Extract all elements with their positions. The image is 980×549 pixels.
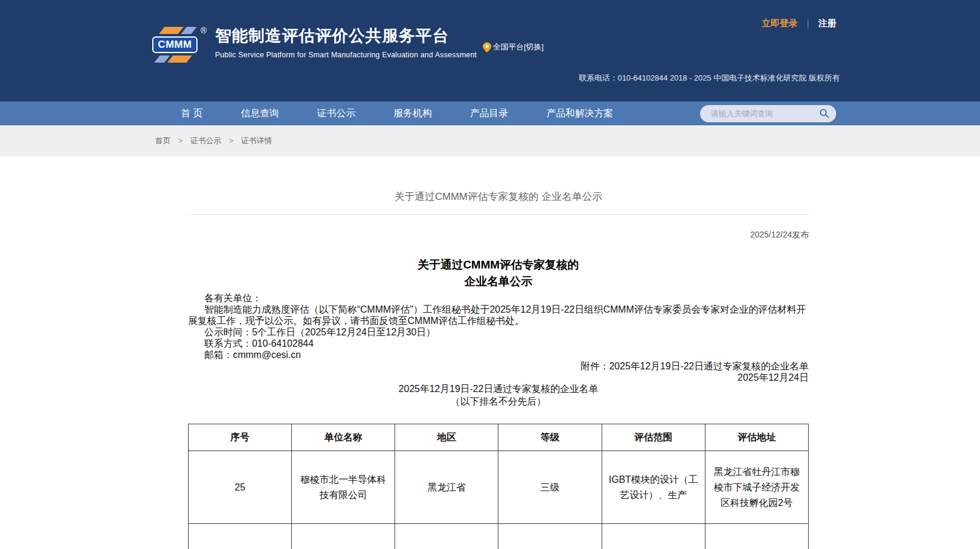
breadcrumb-cert-detail: 证书详情 xyxy=(241,136,272,145)
logo-stripe-orange-top xyxy=(159,27,183,34)
breadcrumb-separator: > xyxy=(178,136,183,145)
cell-company xyxy=(292,524,395,549)
cell-company: 穆棱市北一半导体科技有限公司 xyxy=(292,451,395,524)
auth-divider: ｜ xyxy=(803,18,812,28)
col-header-serial: 序号 xyxy=(189,424,292,451)
col-header-region: 地区 xyxy=(395,424,498,451)
contact-email: 邮箱：cmmm@cesi.cn xyxy=(188,349,809,360)
cell-serial: 25 xyxy=(189,451,292,524)
site-subtitle: Public Service Platform for Smart Manufa… xyxy=(215,51,476,59)
cell-region: 黑龙江省 xyxy=(395,451,498,524)
notice-period: 公示时间：5个工作日（2025年12月24日至12月30日） xyxy=(188,326,809,338)
cell-level: 三级 xyxy=(498,451,602,524)
breadcrumb-cert-publicity[interactable]: 证书公示 xyxy=(190,136,221,145)
contact-copyright-line: 联系电话：010-64102844 2018 - 2025 中国电子技术标准化研… xyxy=(579,73,840,84)
salutation: 各有关单位： xyxy=(188,292,809,304)
cell-address xyxy=(705,524,808,549)
platform-switch-link[interactable]: 全国平台[切换] xyxy=(483,42,544,53)
breadcrumb-home[interactable]: 首页 xyxy=(155,136,171,145)
auth-links: 立即登录｜注册 xyxy=(762,18,836,29)
cell-region xyxy=(395,524,498,549)
publish-date: 2025/12/24发布 xyxy=(188,229,809,240)
breadcrumb: 首页 > 证书公示 > 证书详情 xyxy=(144,125,836,156)
registered-trademark-icon: ® xyxy=(201,26,207,35)
logo-badge: CMMM xyxy=(152,36,198,53)
document-heading: 关于通过CMMM评估专家复核的 企业名单公示 xyxy=(188,257,809,290)
site-header: 立即登录｜注册 CMMM ® 智能制造评估评价公共服务平台 Public Ser… xyxy=(0,0,980,101)
search-box[interactable] xyxy=(700,105,836,122)
title-divider xyxy=(188,214,809,215)
cell-serial xyxy=(189,524,292,549)
search-input[interactable] xyxy=(711,109,819,118)
nav-item-product-catalog[interactable]: 产品目录 xyxy=(460,101,517,125)
table-row-partial xyxy=(189,524,809,549)
nav-item-home[interactable]: 首 页 xyxy=(171,101,212,125)
company-list-table: 序号 单位名称 地区 等级 评估范围 评估地址 25 穆棱市北一半导体科技有限公… xyxy=(188,424,809,549)
search-icon[interactable] xyxy=(819,109,829,118)
logo-stripe-orange-bottom xyxy=(167,55,192,63)
breadcrumb-bar: 首页 > 证书公示 > 证书详情 xyxy=(0,125,980,156)
nav-item-service-orgs[interactable]: 服务机构 xyxy=(384,101,441,125)
col-header-company: 单位名称 xyxy=(292,424,395,451)
attachment-line: 附件：2025年12月19日-22日通过专家复核的企业名单 xyxy=(188,360,809,372)
logo-stripe-blue-top xyxy=(181,27,196,34)
nav-item-info-query[interactable]: 信息查询 xyxy=(231,101,288,125)
col-header-address: 评估地址 xyxy=(705,424,808,451)
breadcrumb-separator: > xyxy=(229,136,233,145)
main-nav: 首 页 信息查询 证书公示 服务机构 产品目录 产品和解决方案 xyxy=(0,101,980,125)
platform-switch-label: 全国平台[切换] xyxy=(493,42,544,53)
nav-item-products-solutions[interactable]: 产品和解决方案 xyxy=(537,101,622,125)
location-pin-icon xyxy=(483,42,491,53)
cell-level xyxy=(498,524,602,549)
list-subtitle: （以下排名不分先后） xyxy=(188,394,809,408)
list-title: 2025年12月19日-22日通过专家复核的企业名单 xyxy=(188,383,809,394)
sign-date: 2025年12月24日 xyxy=(188,372,809,383)
table-row: 25 穆棱市北一半导体科技有限公司 黑龙江省 三级 IGBT模块的设计（工艺设计… xyxy=(189,451,809,524)
cmmm-logo[interactable]: CMMM xyxy=(152,26,198,63)
col-header-scope: 评估范围 xyxy=(602,424,705,451)
col-header-level: 等级 xyxy=(498,424,602,451)
document-heading-line2: 企业名单公示 xyxy=(188,273,809,290)
document-heading-line1: 关于通过CMMM评估专家复核的 xyxy=(188,257,809,273)
cell-scope: IGBT模块的设计（工艺设计）、生产 xyxy=(602,451,705,524)
page-title: 关于通过CMMM评估专家复核的 企业名单公示 xyxy=(188,190,809,203)
site-title: 智能制造评估评价公共服务平台 xyxy=(215,26,476,45)
announcement-article: 关于通过CMMM评估专家复核的 企业名单公示 2025/12/24发布 关于通过… xyxy=(188,156,809,549)
announcement-paragraph: 智能制造能力成熟度评估（以下简称“CMMM评估”）工作组秘书处于2025年12月… xyxy=(188,304,809,326)
cell-address: 黑龙江省牡丹江市穆棱市下城子经济开发区科技孵化园2号 xyxy=(705,451,808,524)
login-link[interactable]: 立即登录 xyxy=(762,18,797,28)
register-link[interactable]: 注册 xyxy=(818,18,836,28)
brand-row: CMMM ® 智能制造评估评价公共服务平台 Public Service Pla… xyxy=(152,26,544,63)
contact-phone: 联系方式：010-64102844 xyxy=(188,338,809,349)
table-header-row: 序号 单位名称 地区 等级 评估范围 评估地址 xyxy=(189,424,809,451)
cell-scope xyxy=(602,524,705,549)
nav-item-cert-publicity[interactable]: 证书公示 xyxy=(307,101,365,125)
